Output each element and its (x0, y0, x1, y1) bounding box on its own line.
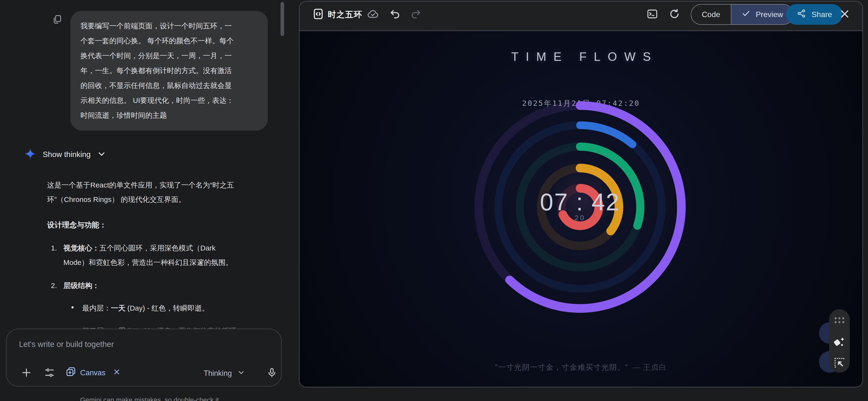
list-item: • 最内层：一天 (Day) - 红色，转瞬即逝。 (47, 301, 273, 315)
canvas-panel: 时之五环 (299, 1, 863, 387)
canvas-doc-title[interactable]: 时之五环 (328, 9, 363, 20)
clock-seconds: 20 (300, 214, 861, 222)
select-element-icon[interactable] (833, 356, 846, 369)
redo-icon[interactable] (409, 8, 422, 20)
gemini-sparkle-icon (24, 148, 36, 161)
show-thinking-label: Show thinking (43, 150, 91, 159)
drag-dots-icon[interactable] (833, 315, 846, 325)
list-item: 2. 层级结构： (47, 278, 273, 293)
refresh-icon[interactable] (668, 8, 681, 20)
undo-icon[interactable] (389, 8, 401, 20)
canvas-toolbar: 时之五环 (300, 1, 863, 31)
response-section-heading: 设计理念与功能： (47, 218, 273, 232)
sparkle-edit-icon[interactable] (833, 335, 846, 348)
tab-code[interactable]: Code (691, 5, 731, 24)
copy-icon[interactable] (52, 14, 63, 25)
chat-panel: 我要编写一个前端页面，设计一个时间五环，一 个套一套的同心换。 每个环的颜色不一… (0, 0, 299, 401)
canvas-floating-toolbar (829, 309, 850, 373)
cloud-saved-icon (367, 8, 379, 20)
quote-author: — 王贞白 (632, 363, 667, 371)
quote-text: "一寸光阴一寸金，寸金难买寸光阴。"— 王贞白 (300, 362, 863, 372)
canvas-tool-chip[interactable]: Canvas (65, 366, 121, 379)
chevron-down-icon (237, 368, 245, 378)
canvas-chip-label: Canvas (80, 369, 105, 377)
clock-hours-minutes: 07 : 42 (300, 188, 861, 216)
chevron-down-icon (97, 149, 106, 160)
app-preview: TIME FLOWS 2025年11月21日 07:42:20 07 : 42 … (300, 31, 863, 387)
console-icon[interactable] (646, 8, 658, 20)
microphone-icon[interactable] (266, 367, 278, 378)
assistant-response: 这是一个基于React的单文件应用，实现了一个名为“时之五 环”（Chronos… (47, 178, 273, 338)
code-document-icon (312, 8, 324, 20)
close-canvas-icon[interactable] (839, 8, 850, 20)
list-item: 1. 视觉核心：五个同心圆环，采用深色模式（Dark Mode）和霓虹色彩，营造… (47, 241, 273, 270)
share-icon (797, 9, 806, 20)
chat-scrollbar[interactable] (281, 2, 284, 36)
disclaimer-text: Gemini can make mistakes, so double-chec… (0, 396, 299, 401)
tools-tune-icon[interactable] (44, 367, 55, 378)
user-message-text: 我要编写一个前端页面，设计一个时间五环，一 个套一套的同心换。 每个环的颜色不一… (81, 19, 258, 123)
mode-label: Thinking (204, 369, 232, 378)
response-intro: 这是一个基于React的单文件应用，实现了一个名为“时之五 环”（Chronos… (47, 178, 273, 207)
tab-preview[interactable]: Preview (731, 5, 793, 24)
add-attachment-button[interactable] (21, 367, 32, 378)
canvas-chip-close-icon[interactable] (113, 368, 121, 378)
model-mode-dropdown[interactable]: Thinking (204, 368, 245, 378)
composer-placeholder[interactable]: Let's write or build together (19, 340, 114, 349)
app-title: TIME FLOWS (300, 50, 863, 64)
canvas-icon (65, 366, 76, 379)
check-icon (741, 9, 750, 20)
share-button[interactable]: Share (786, 4, 842, 25)
show-thinking-toggle[interactable]: Show thinking (24, 148, 106, 161)
user-message-bubble: 我要编写一个前端页面，设计一个时间五环，一 个套一套的同心换。 每个环的颜色不一… (70, 11, 268, 131)
code-preview-toggle: Code Preview (691, 4, 794, 25)
